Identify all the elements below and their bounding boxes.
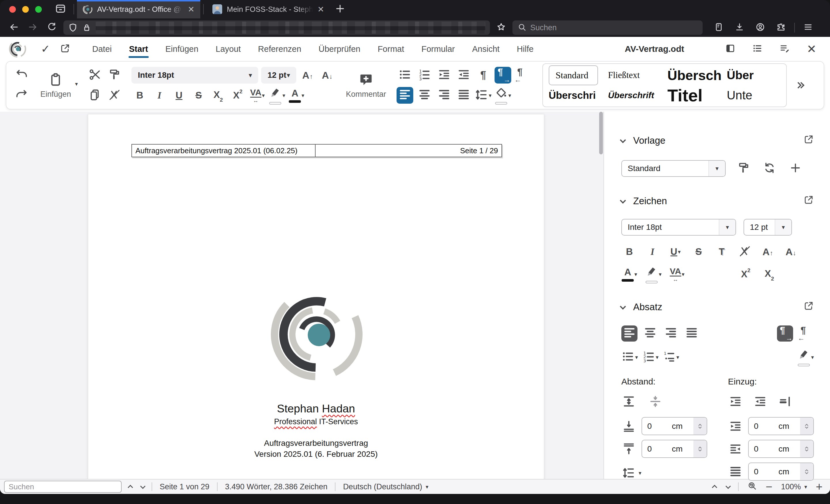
open-dialog-button[interactable]	[803, 134, 814, 147]
clear-formatting-button[interactable]	[737, 244, 753, 260]
decrease-spacing-icon[interactable]	[648, 394, 663, 409]
sidebars-button[interactable]	[711, 20, 726, 35]
previous-page-icon[interactable]	[712, 485, 717, 490]
new-style-button[interactable]	[787, 160, 803, 176]
paste-dropdown-icon[interactable]	[75, 81, 78, 87]
page-info[interactable]: Seite 1 von 29	[160, 482, 210, 491]
shadow-button[interactable]	[713, 244, 730, 260]
strikethrough-button[interactable]	[691, 244, 707, 260]
reload-button[interactable]	[44, 20, 59, 35]
numbered-list-button[interactable]: 123	[416, 67, 433, 83]
close-tab-icon[interactable]	[188, 5, 195, 14]
chevron-down-icon[interactable]	[811, 354, 814, 361]
spinner-control[interactable]	[693, 417, 707, 435]
section-vorlage-header[interactable]: Vorlage	[621, 134, 814, 147]
clone-formatting-button[interactable]	[106, 67, 123, 83]
font-color-button[interactable]	[288, 87, 305, 104]
paragraph-background-button[interactable]	[494, 87, 511, 104]
field-value[interactable]: 0	[749, 467, 768, 476]
decrease-indent-icon[interactable]	[753, 394, 768, 409]
chevron-down-icon[interactable]	[301, 92, 304, 99]
hanging-indent-icon[interactable]	[777, 394, 793, 409]
close-window-button[interactable]	[9, 6, 16, 13]
italic-button[interactable]	[151, 87, 168, 104]
menu-ueberpruefen[interactable]: Überprüfen	[310, 39, 369, 59]
company-logo[interactable]	[269, 287, 364, 382]
ltr-paragraph-button[interactable]	[494, 67, 511, 83]
field-value[interactable]: 0	[642, 444, 661, 453]
redo-button[interactable]	[13, 87, 30, 104]
style-ueberschrift-3[interactable]: Überschri	[546, 90, 605, 101]
paragraph-style-select[interactable]: Standard	[621, 160, 726, 177]
justify-button[interactable]	[455, 87, 472, 104]
back-button[interactable]	[6, 20, 21, 35]
font-name-select[interactable]: Inter 18pt	[131, 67, 258, 83]
copy-button[interactable]	[87, 87, 103, 104]
close-tab-icon[interactable]	[318, 5, 324, 14]
underline-button[interactable]	[667, 244, 683, 260]
comment-button[interactable]: Kommentar	[344, 72, 388, 99]
close-document-button[interactable]	[803, 41, 820, 57]
chevron-down-icon[interactable]	[682, 271, 685, 278]
ltr-paragraph-button[interactable]	[777, 326, 793, 342]
forward-button[interactable]	[25, 20, 40, 35]
sidebar-font-name-select[interactable]: Inter 18pt	[621, 219, 736, 236]
paste-button[interactable]: Einfügen	[39, 72, 73, 99]
menu-hilfe[interactable]: Hilfe	[508, 39, 542, 59]
document-area[interactable]: Auftragsverarbeitungsvertrag 2025.01 (06…	[0, 112, 604, 479]
indent-after-field[interactable]: 0 cm	[748, 440, 814, 458]
bold-button[interactable]	[131, 87, 148, 104]
numbered-list-button[interactable]: 123	[642, 349, 659, 365]
more-styles-button[interactable]	[798, 83, 803, 88]
update-style-button[interactable]	[761, 160, 777, 176]
style-titel[interactable]: Titel	[665, 86, 724, 105]
chevron-down-icon[interactable]	[634, 271, 637, 278]
https-lock-icon[interactable]	[82, 23, 92, 33]
align-center-button[interactable]	[642, 326, 658, 342]
new-tab-button[interactable]	[330, 0, 350, 19]
field-value[interactable]: 0	[642, 422, 661, 431]
subscript-button[interactable]	[210, 87, 226, 104]
line-spacing-icon[interactable]	[621, 465, 636, 480]
next-page-icon[interactable]	[725, 483, 731, 489]
browser-search-input[interactable]	[530, 23, 697, 32]
style-ueberschrift-1[interactable]: Übersch	[665, 67, 724, 83]
grow-font-button[interactable]	[299, 67, 316, 83]
firefox-view-button[interactable]	[51, 0, 71, 19]
chevron-down-icon[interactable]	[635, 354, 638, 361]
search-previous-icon[interactable]	[128, 485, 133, 490]
underline-button[interactable]	[170, 87, 187, 104]
first-line-indent-field[interactable]: 0 cm	[748, 463, 814, 481]
rtl-paragraph-button[interactable]	[798, 326, 814, 342]
line-spacing-button[interactable]	[475, 87, 492, 104]
zoom-level-select[interactable]: 100%	[781, 482, 807, 491]
menu-datei[interactable]: Datei	[84, 39, 121, 59]
align-center-button[interactable]	[416, 87, 433, 104]
tracking-shield-icon[interactable]	[68, 23, 78, 33]
outline-list-button[interactable]: 1	[663, 349, 679, 365]
grow-font-button[interactable]	[760, 244, 776, 260]
bullet-list-button[interactable]	[396, 67, 413, 83]
section-absatz-header[interactable]: Absatz	[621, 301, 814, 313]
spinner-control[interactable]	[693, 440, 707, 457]
increase-indent-icon[interactable]	[728, 394, 743, 409]
open-dialog-button[interactable]	[803, 195, 814, 207]
character-spacing-button[interactable]	[669, 266, 685, 282]
document-line1[interactable]: Auftragsverarbeitungsvertrag	[88, 439, 544, 448]
indent-before-field[interactable]: 0 cm	[748, 417, 814, 435]
menu-referenzen[interactable]: Referenzen	[249, 39, 310, 59]
app-menu-button[interactable]	[801, 20, 816, 35]
vertical-scrollbar[interactable]	[599, 112, 603, 155]
chevron-down-icon[interactable]	[678, 248, 681, 255]
shrink-font-button[interactable]	[783, 244, 799, 260]
search-next-icon[interactable]	[140, 483, 145, 489]
subscript-button[interactable]	[761, 266, 777, 282]
bold-button[interactable]	[621, 244, 637, 260]
italic-button[interactable]	[644, 244, 661, 260]
justify-button[interactable]	[683, 326, 700, 342]
spacing-above-field[interactable]: 0 cm	[641, 417, 707, 435]
word-count[interactable]: 3.490 Wörter, 28.386 Zeichen	[225, 482, 328, 491]
spacing-below-field[interactable]: 0 cm	[641, 440, 707, 458]
style-standard[interactable]: Standard	[546, 65, 605, 85]
align-right-button[interactable]	[436, 87, 452, 104]
